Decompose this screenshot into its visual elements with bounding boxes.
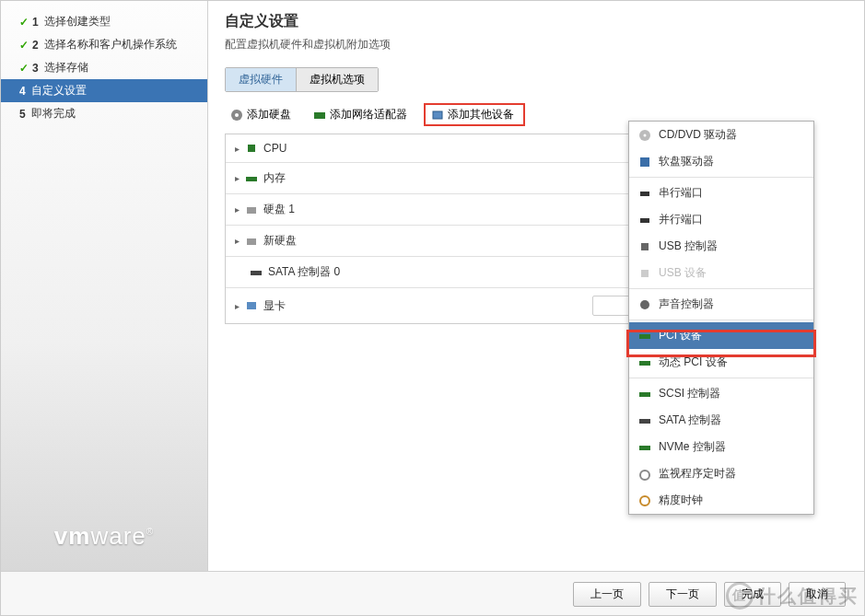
menu-precision-clock[interactable]: 精度时钟 xyxy=(629,487,813,514)
menu-separator xyxy=(629,320,813,320)
svg-point-17 xyxy=(640,300,649,309)
svg-point-24 xyxy=(640,496,649,506)
svg-rect-20 xyxy=(639,392,650,397)
svg-point-1 xyxy=(235,113,239,117)
svg-point-11 xyxy=(644,134,647,136)
timer-icon xyxy=(638,468,651,481)
watermark: 值 什么值得买 xyxy=(726,582,859,610)
menu-nvme-controller[interactable]: NVMe 控制器 xyxy=(629,434,813,460)
serial-icon xyxy=(638,187,651,200)
svg-rect-5 xyxy=(246,177,257,181)
scsi-icon xyxy=(638,388,651,401)
cd-icon xyxy=(638,129,651,142)
vga-icon xyxy=(245,299,258,312)
svg-rect-14 xyxy=(640,218,649,223)
add-device-menu: CD/DVD 驱动器 软盘驱动器 串行端口 并行端口 USB 控制器 USB 设… xyxy=(628,121,814,515)
menu-parallel-port[interactable]: 并行端口 xyxy=(629,206,813,233)
menu-separator xyxy=(629,378,813,378)
sata-icon xyxy=(250,266,263,279)
step-3[interactable]: 3选择存储 xyxy=(1,56,207,79)
svg-rect-18 xyxy=(639,334,650,339)
expand-icon: ▸ xyxy=(235,236,240,246)
nic-icon xyxy=(313,109,326,122)
svg-rect-2 xyxy=(314,112,325,119)
nvme-icon xyxy=(638,441,651,454)
expand-icon: ▸ xyxy=(235,173,240,183)
expand-icon: ▸ xyxy=(235,204,240,215)
wizard-steps: 1选择创建类型 2选择名称和客户机操作系统 3选择存储 4自定义设置 5即将完成 xyxy=(1,10,207,125)
menu-watchdog-timer[interactable]: 监视程序定时器 xyxy=(629,460,813,487)
pci-icon xyxy=(638,330,651,343)
menu-usb-controller[interactable]: USB 控制器 xyxy=(629,233,813,260)
sata-icon xyxy=(638,414,651,427)
svg-rect-8 xyxy=(251,271,262,275)
next-button[interactable]: 下一页 xyxy=(649,582,717,607)
menu-serial-port[interactable]: 串行端口 xyxy=(629,180,813,206)
main-panel: 自定义设置 配置虚拟机硬件和虚拟机附加选项 虚拟硬件 虚拟机选项 添加硬盘 添加… xyxy=(208,1,864,571)
menu-scsi-controller[interactable]: SCSI 控制器 xyxy=(629,380,813,407)
svg-rect-7 xyxy=(247,238,256,245)
svg-rect-15 xyxy=(641,243,649,250)
floppy-icon xyxy=(638,156,651,169)
menu-floppy[interactable]: 软盘驱动器 xyxy=(629,148,813,175)
prev-button[interactable]: 上一页 xyxy=(573,582,641,607)
svg-rect-22 xyxy=(639,446,650,450)
usb-icon xyxy=(638,240,651,253)
step-4[interactable]: 4自定义设置 xyxy=(1,79,207,102)
menu-sound-controller[interactable]: 声音控制器 xyxy=(629,291,813,318)
menu-separator xyxy=(629,288,813,289)
svg-rect-13 xyxy=(640,192,649,196)
step-2[interactable]: 2选择名称和客户机操作系统 xyxy=(1,33,207,56)
sound-icon xyxy=(638,298,651,311)
svg-rect-6 xyxy=(247,207,256,214)
add-other-device-button[interactable]: 添加其他设备 xyxy=(424,103,525,126)
add-nic-button[interactable]: 添加网络适配器 xyxy=(308,105,413,124)
vmware-logo: vmware® xyxy=(1,522,207,551)
tab-bar: 虚拟硬件 虚拟机选项 xyxy=(225,67,379,92)
menu-usb-device: USB 设备 xyxy=(629,260,813,286)
expand-icon: ▸ xyxy=(235,301,240,311)
svg-rect-12 xyxy=(640,157,649,167)
memory-icon xyxy=(245,172,258,185)
add-disk-button[interactable]: 添加硬盘 xyxy=(225,105,297,124)
step-5[interactable]: 5即将完成 xyxy=(1,102,207,125)
cpu-icon xyxy=(245,142,258,155)
page-subtitle: 配置虚拟机硬件和虚拟机附加选项 xyxy=(225,37,847,52)
svg-point-23 xyxy=(640,471,649,480)
menu-pci-device[interactable]: PCI 设备 xyxy=(629,322,813,349)
menu-cd-dvd[interactable]: CD/DVD 驱动器 xyxy=(629,122,813,148)
svg-rect-4 xyxy=(248,145,255,152)
svg-rect-9 xyxy=(247,302,256,309)
tab-vm-options[interactable]: 虚拟机选项 xyxy=(297,68,378,91)
expand-icon: ▸ xyxy=(235,144,240,154)
step-1[interactable]: 1选择创建类型 xyxy=(1,10,207,33)
usb-icon xyxy=(638,267,651,280)
parallel-icon xyxy=(638,214,651,227)
pci-icon xyxy=(638,356,651,369)
hdd-icon xyxy=(245,235,258,248)
page-title: 自定义设置 xyxy=(225,12,847,31)
menu-separator xyxy=(629,177,813,178)
watermark-icon: 值 xyxy=(726,582,754,610)
clock-icon xyxy=(638,494,651,507)
svg-rect-21 xyxy=(639,419,650,424)
tab-virtual-hardware[interactable]: 虚拟硬件 xyxy=(226,68,297,91)
wizard-sidebar: 1选择创建类型 2选择名称和客户机操作系统 3选择存储 4自定义设置 5即将完成… xyxy=(1,1,208,571)
menu-sata-controller[interactable]: SATA 控制器 xyxy=(629,407,813,434)
disk-icon xyxy=(230,109,243,122)
svg-rect-16 xyxy=(641,270,649,277)
device-icon xyxy=(431,109,444,122)
menu-dynamic-pci[interactable]: 动态 PCI 设备 xyxy=(629,349,813,376)
svg-rect-3 xyxy=(433,111,442,119)
svg-rect-19 xyxy=(639,361,650,366)
hdd-icon xyxy=(245,203,258,216)
